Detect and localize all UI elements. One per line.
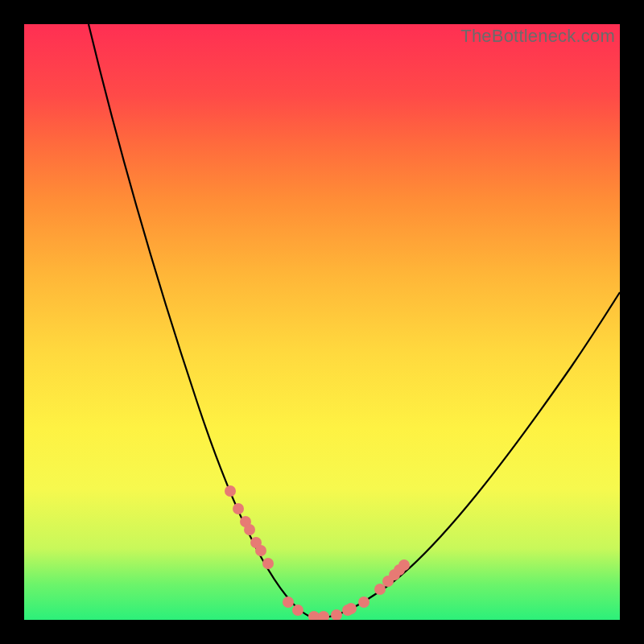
bottleneck-curve [24, 24, 620, 620]
curve-right [316, 292, 620, 618]
svg-point-0 [225, 485, 236, 497]
chart-frame: TheBottleneck.com [0, 0, 644, 644]
svg-point-1 [233, 503, 244, 514]
svg-point-7 [283, 597, 294, 608]
svg-point-14 [358, 597, 369, 608]
dot-cluster [225, 485, 410, 620]
svg-point-15 [374, 584, 386, 595]
svg-point-6 [262, 558, 274, 569]
plot-area: TheBottleneck.com [24, 24, 620, 620]
svg-point-8 [292, 605, 303, 616]
svg-point-11 [331, 609, 342, 620]
svg-point-10 [318, 611, 329, 620]
curve-left [89, 24, 316, 618]
svg-point-13 [345, 603, 357, 614]
svg-point-19 [398, 559, 410, 571]
svg-point-5 [255, 545, 266, 556]
svg-point-3 [244, 524, 255, 535]
svg-point-9 [308, 611, 320, 620]
